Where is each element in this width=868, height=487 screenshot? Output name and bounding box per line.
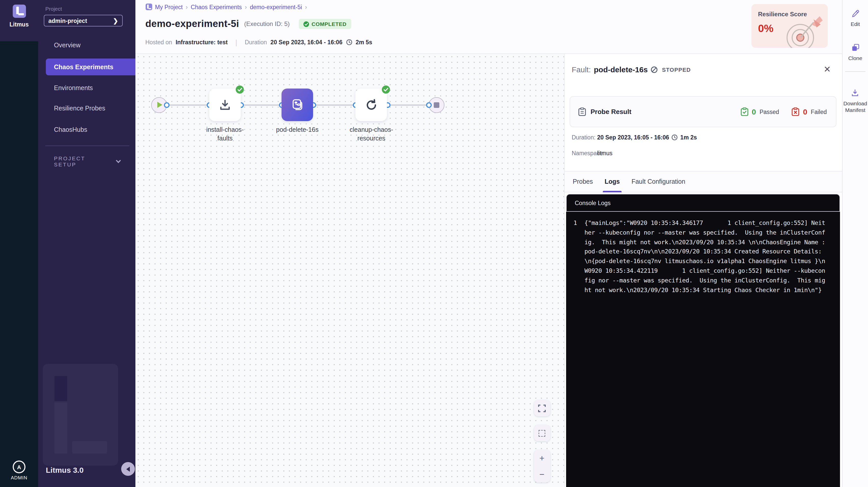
failed-label: Failed	[811, 109, 827, 115]
node-cleanup-chaos-resources[interactable]	[355, 89, 387, 121]
stopped-icon	[651, 66, 658, 73]
zoom-out-button[interactable]: −	[539, 470, 545, 479]
breadcrumb-experiment[interactable]: demo-experiment-5i	[250, 4, 302, 10]
resilience-score-value: 0%	[758, 22, 774, 35]
node-label: pod-delete-16s	[269, 126, 325, 134]
failed-count: 0	[803, 107, 807, 116]
fault-status: STOPPED	[662, 66, 691, 72]
breadcrumb-chaos-experiments[interactable]: Chaos Experiments	[191, 4, 242, 10]
sidebar-collapse-handle[interactable]	[121, 462, 135, 476]
node-label: cleanup-chaos-resources	[343, 126, 399, 143]
clipboard-icon	[578, 107, 586, 116]
tab-fault-configuration[interactable]: Fault Configuration	[629, 171, 687, 192]
target-illustration	[780, 13, 827, 48]
left-icon-rail: Litmus A ADMIN	[0, 0, 38, 487]
clock-icon	[346, 39, 352, 45]
project-label: Project	[45, 6, 62, 12]
zoom-in-button[interactable]: +	[539, 454, 545, 462]
fullscreen-icon	[538, 404, 546, 412]
sidebar-item-chaoshubs[interactable]: ChaosHubs	[38, 124, 135, 136]
status-badge: COMPLETED	[299, 19, 351, 29]
sidebar-item-environments[interactable]: Environments	[38, 82, 135, 94]
tab-logs[interactable]: Logs	[602, 171, 622, 192]
project-name: admin-project	[49, 18, 87, 24]
probe-result-label: Probe Result	[591, 108, 631, 116]
success-check-icon	[382, 86, 390, 94]
selection-mode-button[interactable]	[534, 425, 550, 441]
edit-pencil-icon	[851, 9, 860, 18]
breadcrumb-my-project[interactable]: My Project	[155, 4, 183, 10]
passed-label: Passed	[760, 109, 779, 115]
brand-name: Litmus	[9, 21, 29, 28]
infrastructure-value: Infrastructure: test	[176, 39, 228, 45]
tab-probes[interactable]: Probes	[571, 171, 595, 192]
passed-count: 0	[752, 107, 756, 116]
chaos-fault-icon	[290, 98, 304, 112]
sidebar-item-resilience-probes[interactable]: Resilience Probes	[38, 102, 135, 115]
sidebar-divider	[45, 145, 129, 146]
download-icon	[218, 98, 231, 111]
connector-dot	[426, 102, 431, 108]
fault-duration-row: Duration: 20 Sep 2023, 16:05 - 16:06 1m …	[572, 134, 697, 140]
project-setup-toggle[interactable]: PROJECT SETUP	[54, 155, 120, 167]
breadcrumb: My Project › Chaos Experiments › demo-ex…	[145, 4, 307, 10]
fault-label: Fault:	[572, 65, 591, 74]
download-manifest-button[interactable]: DownloadManifest	[843, 89, 867, 113]
litmus-logo-icon[interactable]	[12, 5, 26, 18]
fault-duration-elapsed: 1m 2s	[680, 134, 697, 140]
console-log-viewer[interactable]: 1 {"mainLogs":"W0920 10:35:34.346177 1 c…	[566, 212, 840, 487]
experiment-graph-canvas[interactable]: install-chaos-faults pod-delete-16s cl	[135, 54, 564, 487]
duration-elapsed: 2m 5s	[355, 39, 372, 45]
clone-button[interactable]: Clone	[848, 43, 862, 62]
zoom-controls: + −	[534, 450, 550, 482]
fault-namespace-value: litmus	[597, 150, 613, 156]
action-rail-divider	[845, 71, 865, 72]
sidebar: Project admin-project ❯ Overview Chaos E…	[38, 0, 135, 487]
retry-icon	[364, 98, 378, 112]
probe-result-card: Probe Result 0 Passed 0 Failed	[570, 96, 836, 127]
passed-clipboard-icon	[741, 107, 748, 116]
success-check-icon	[236, 86, 244, 94]
close-icon[interactable]: ✕	[824, 65, 831, 74]
page-header: My Project › Chaos Experiments › demo-ex…	[135, 0, 842, 54]
node-install-chaos-faults[interactable]	[209, 89, 241, 121]
duration-value: 20 Sep 2023, 16:04 - 16:06	[271, 39, 343, 45]
version-label: Litmus 3.0	[46, 466, 84, 474]
action-rail: Edit Clone DownloadManifest	[842, 0, 868, 487]
console-logs-title: Console Logs	[566, 194, 840, 212]
fit-to-screen-button[interactable]	[534, 400, 550, 416]
failed-clipboard-icon	[792, 107, 800, 116]
sidebar-item-chaos-experiments[interactable]: Chaos Experiments	[46, 59, 135, 75]
node-label: install-chaos-faults	[197, 126, 253, 143]
marquee-icon	[538, 430, 545, 436]
resilience-score-card: Resilience Score 0%	[751, 4, 828, 48]
clone-icon	[851, 43, 860, 52]
chevron-right-icon: ❯	[113, 17, 118, 24]
check-circle-icon	[303, 21, 309, 27]
user-block: A ADMIN	[0, 460, 38, 487]
avatar[interactable]: A	[13, 460, 26, 473]
chevron-left-icon	[126, 466, 130, 472]
edit-button[interactable]: Edit	[851, 9, 860, 28]
status-badge-label: COMPLETED	[312, 21, 346, 27]
admin-label: ADMIN	[11, 475, 27, 480]
project-selector[interactable]: admin-project ❯	[44, 15, 123, 27]
sidebar-item-overview[interactable]: Overview	[38, 39, 135, 52]
play-icon	[157, 102, 162, 108]
download-icon	[851, 89, 860, 97]
breadcrumb-separator: ›	[245, 4, 247, 10]
litmus-breadcrumb-icon	[145, 4, 152, 10]
chevron-down-icon	[116, 158, 121, 163]
stop-icon	[433, 102, 439, 108]
app-root: Litmus A ADMIN Project admin-project ❯ O…	[0, 0, 868, 487]
breadcrumb-separator: ›	[186, 4, 188, 10]
brand-block: Litmus	[0, 0, 38, 41]
console-logs-panel: Console Logs 1 {"mainLogs":"W0920 10:35:…	[566, 194, 840, 487]
litmus-watermark	[43, 364, 118, 466]
fault-namespace-row: Namespace: litmus	[572, 150, 613, 156]
meta-divider: |	[235, 38, 237, 46]
experiment-meta: Hosted on Infrastructure: test | Duratio…	[145, 38, 372, 46]
breadcrumb-separator: ›	[305, 4, 307, 10]
node-pod-delete-16s[interactable]	[282, 89, 313, 121]
log-text: {"mainLogs":"W0920 10:35:34.346177 1 cli…	[584, 218, 825, 487]
